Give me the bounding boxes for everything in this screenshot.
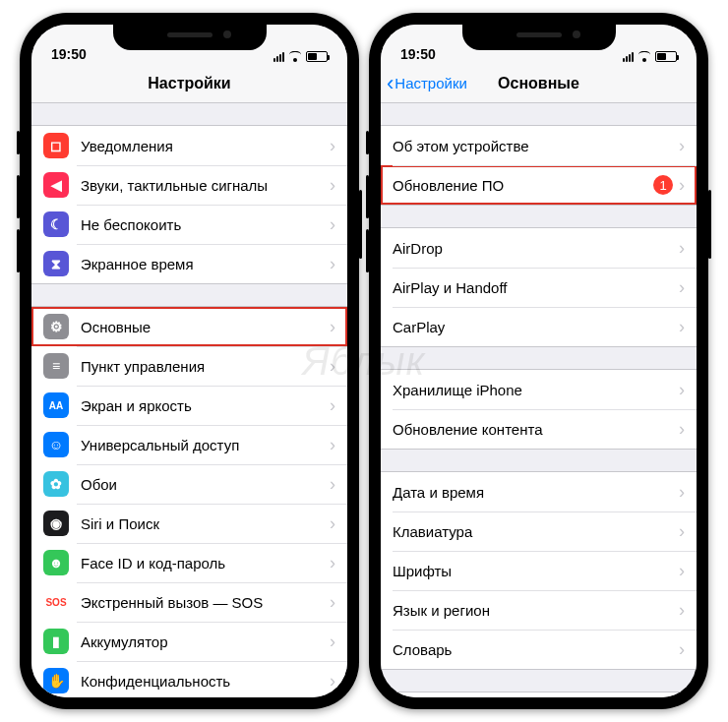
settings-list[interactable]: ◻Уведомления›◀Звуки, тактильные сигналы›… — [31, 103, 347, 697]
row-datetime[interactable]: Дата и время› — [381, 472, 697, 511]
row-label: Клавиатура — [393, 523, 679, 540]
row-label: Экранное время — [81, 256, 330, 272]
row-label: Аккумулятор — [81, 633, 330, 650]
bell-icon: ◻ — [43, 133, 69, 158]
row-siri[interactable]: ◉Siri и Поиск› — [31, 504, 347, 543]
row-label: Конфиденциальность — [81, 673, 330, 690]
row-label: Обои — [81, 476, 330, 493]
row-label: Face ID и код-пароль — [81, 555, 330, 572]
row-label: Об этом устройстве — [393, 138, 679, 154]
row-label: Пункт управления — [81, 358, 330, 375]
row-label: AirPlay и Handoff — [393, 279, 679, 296]
row-faceid[interactable]: ☻Face ID и код-пароль› — [31, 543, 347, 582]
AA-icon: AA — [43, 392, 69, 418]
back-button[interactable]: ‹ Настройки — [381, 73, 467, 94]
row-label: Звуки, тактильные сигналы — [81, 177, 330, 194]
cellular-icon — [273, 51, 284, 62]
row-background-refresh[interactable]: Обновление контента› — [381, 409, 697, 449]
settings-group: AirDrop›AirPlay и Handoff›CarPlay› — [381, 227, 697, 347]
row-carplay[interactable]: CarPlay› — [381, 307, 697, 346]
settings-group: ◻Уведомления›◀Звуки, тактильные сигналы›… — [31, 125, 347, 284]
phone-right: 19:50 ‹ Настройки Основные Об этом устро… — [369, 13, 708, 709]
chevron-right-icon: › — [679, 561, 685, 581]
row-label: Обновление ПО — [393, 177, 653, 194]
update-badge: 1 — [653, 175, 673, 195]
chevron-right-icon: › — [330, 592, 335, 613]
chevron-right-icon: › — [330, 632, 335, 652]
row-label: Основные — [81, 319, 330, 335]
row-accessibility[interactable]: ☺Универсальный доступ› — [31, 425, 347, 464]
face-icon: ☻ — [43, 550, 69, 575]
chevron-right-icon: › — [330, 214, 335, 235]
row-vpn[interactable]: VPNНе подключено› — [381, 692, 697, 697]
chevron-right-icon: › — [330, 136, 335, 156]
chevron-right-icon: › — [679, 639, 685, 660]
chevron-right-icon: › — [679, 482, 685, 503]
siri-icon: ◉ — [43, 511, 69, 536]
row-fonts[interactable]: Шрифты› — [381, 551, 697, 590]
row-control-center[interactable]: ≡Пункт управления› — [31, 346, 347, 386]
person-icon: ☺ — [43, 432, 69, 457]
row-label: Словарь — [393, 641, 679, 658]
battery-icon: ▮ — [43, 629, 69, 654]
notch — [113, 25, 267, 50]
chevron-right-icon: › — [330, 435, 335, 455]
row-label: Экстренный вызов — SOS — [81, 594, 330, 611]
chevron-left-icon: ‹ — [387, 73, 394, 94]
row-label: Siri и Поиск — [81, 515, 330, 532]
row-dnd[interactable]: ☾Не беспокоить› — [31, 205, 347, 244]
row-label: Хранилище iPhone — [393, 382, 679, 398]
back-label: Настройки — [394, 75, 467, 91]
row-label: Уведомления — [81, 138, 330, 154]
moon-icon: ☾ — [43, 211, 69, 237]
chevron-right-icon: › — [679, 521, 685, 542]
row-sos[interactable]: SOSЭкстренный вызов — SOS› — [31, 582, 347, 622]
SOS-icon: SOS — [43, 589, 69, 615]
row-software-update[interactable]: Обновление ПО1› — [381, 165, 697, 205]
chevron-right-icon: › — [330, 474, 335, 495]
general-list[interactable]: Об этом устройстве›Обновление ПО1›AirDro… — [381, 103, 697, 697]
settings-group: Дата и время›Клавиатура›Шрифты›Язык и ре… — [381, 471, 697, 670]
row-notifications[interactable]: ◻Уведомления› — [31, 126, 347, 165]
row-airdrop[interactable]: AirDrop› — [381, 228, 697, 268]
chevron-right-icon: › — [330, 553, 335, 573]
wifi-icon — [288, 51, 302, 62]
chevron-right-icon: › — [679, 136, 685, 156]
row-label: Обновление контента — [393, 421, 679, 438]
switches-icon: ≡ — [43, 353, 69, 379]
row-general[interactable]: ⚙Основные› — [31, 307, 347, 346]
settings-group: VPNНе подключено›ПрофильiOS 13 & iPadOS … — [381, 692, 697, 697]
row-screentime[interactable]: ⧗Экранное время› — [31, 244, 347, 283]
row-label: Дата и время — [393, 484, 679, 501]
flower-icon: ✿ — [43, 471, 69, 497]
battery-icon — [655, 51, 677, 62]
row-about[interactable]: Об этом устройстве› — [381, 126, 697, 165]
nav-bar: Настройки — [31, 64, 347, 103]
row-airplay[interactable]: AirPlay и Handoff› — [381, 268, 697, 307]
battery-icon — [306, 51, 328, 62]
row-display[interactable]: AAЭкран и яркость› — [31, 386, 347, 425]
chevron-right-icon: › — [330, 254, 335, 274]
chevron-right-icon: › — [679, 277, 685, 298]
row-label: CarPlay — [393, 319, 679, 335]
row-language[interactable]: Язык и регион› — [381, 590, 697, 630]
row-label: Шрифты — [393, 563, 679, 579]
row-label: Экран и яркость — [81, 397, 330, 414]
chevron-right-icon: › — [330, 395, 335, 416]
cellular-icon — [623, 51, 634, 62]
row-label: Язык и регион — [393, 602, 679, 619]
row-sounds[interactable]: ◀Звуки, тактильные сигналы› — [31, 165, 347, 205]
settings-group: Об этом устройстве›Обновление ПО1› — [381, 125, 697, 206]
hand-icon: ✋ — [43, 668, 69, 693]
row-battery[interactable]: ▮Аккумулятор› — [31, 622, 347, 661]
chevron-right-icon: › — [679, 175, 685, 196]
row-privacy[interactable]: ✋Конфиденциальность› — [31, 661, 347, 697]
hourglass-icon: ⧗ — [43, 251, 69, 276]
chevron-right-icon: › — [330, 671, 335, 692]
chevron-right-icon: › — [679, 238, 685, 259]
row-storage[interactable]: Хранилище iPhone› — [381, 370, 697, 409]
row-label: AirDrop — [393, 240, 679, 257]
row-wallpaper[interactable]: ✿Обои› — [31, 464, 347, 504]
row-keyboard[interactable]: Клавиатура› — [381, 511, 697, 551]
row-dictionary[interactable]: Словарь› — [381, 630, 697, 669]
